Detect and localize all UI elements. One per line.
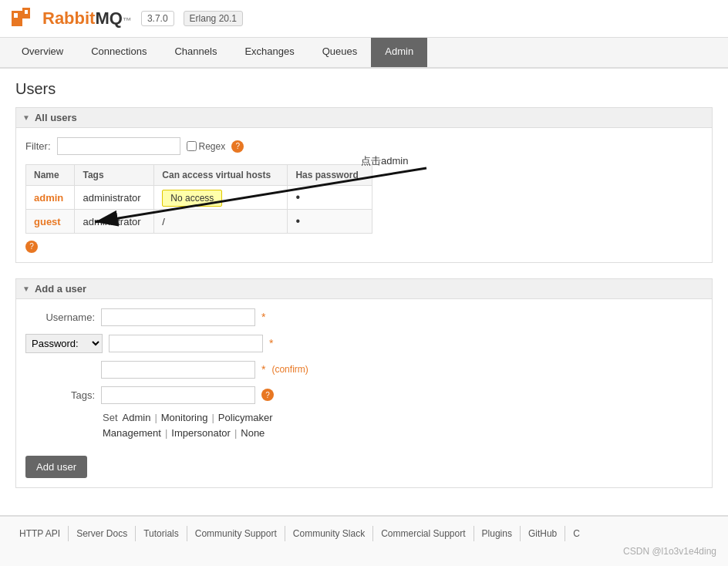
set-management-link[interactable]: Management	[103, 427, 161, 439]
sep1: |	[154, 412, 157, 423]
has-password-dot: •	[295, 190, 300, 204]
table-row: guest administrator / •	[26, 210, 372, 234]
add-user-section-body: Username: * Password: Hashed password: *…	[15, 299, 713, 488]
add-user-button[interactable]: Add user	[25, 456, 87, 478]
footer-server-docs[interactable]: Server Docs	[69, 526, 136, 541]
version-badge: 3.7.0	[141, 11, 174, 26]
footer-plugins[interactable]: Plugins	[474, 526, 521, 541]
nav-tab-queues[interactable]: Queues	[308, 38, 372, 67]
users-help-button[interactable]: ?	[25, 241, 38, 253]
filter-input[interactable]	[57, 137, 180, 155]
password-input[interactable]	[109, 335, 263, 352]
add-user-section-header[interactable]: ▼ Add a user	[15, 278, 713, 299]
user-name-cell: admin	[26, 186, 75, 210]
username-row: Username: *	[25, 308, 703, 326]
tags-input[interactable]	[101, 386, 255, 404]
set-row: Set Admin | Monitoring | Policymaker	[103, 412, 703, 423]
add-user-section-title: Add a user	[35, 283, 86, 295]
regex-label: Regex	[187, 141, 226, 152]
confirm-password-row: * (confirm)	[25, 361, 703, 379]
header: RabbitMQ™ 3.7.0 Erlang 20.1	[0, 0, 728, 38]
logo-text: RabbitMQ™	[42, 8, 132, 29]
guest-user-link[interactable]: guest	[34, 216, 61, 227]
tags-label: Tags:	[25, 389, 95, 401]
table-row: admin administrator No access •	[26, 186, 372, 210]
logo: RabbitMQ™	[12, 8, 132, 29]
footer-more[interactable]: C	[565, 526, 588, 541]
admin-user-link[interactable]: admin	[34, 192, 63, 204]
confirm-text: (confirm)	[271, 364, 308, 375]
rabbitmq-logo-icon	[12, 8, 39, 29]
all-users-section-header[interactable]: ▼ All users	[15, 107, 713, 128]
footer-tutorials[interactable]: Tutorials	[136, 526, 187, 541]
user-vhosts-cell: No access	[154, 186, 288, 210]
all-users-section: ▼ All users Filter: Regex ? Name	[15, 107, 713, 263]
erlang-badge: Erlang 20.1	[184, 11, 243, 26]
content-area: Users ▼ All users Filter: Regex ?	[0, 69, 728, 515]
tags-row: Tags: ?	[25, 386, 703, 404]
user-tags-cell: administrator	[75, 210, 154, 234]
footer-http-api[interactable]: HTTP API	[12, 526, 69, 541]
sep3: |	[165, 427, 167, 439]
users-table: Name Tags Can access virtual hosts Has p…	[25, 164, 372, 234]
footer: HTTP API Server Docs Tutorials Community…	[0, 515, 728, 566]
regex-help-button[interactable]: ?	[231, 140, 244, 153]
sep4: |	[234, 427, 237, 439]
required-star-confirm: *	[261, 363, 265, 376]
password-type-select[interactable]: Password: Hashed password:	[25, 334, 103, 353]
set-impersonator-link[interactable]: Impersonator	[171, 427, 231, 439]
all-users-section-title: All users	[35, 112, 77, 123]
set-admin-link[interactable]: Admin	[123, 412, 151, 423]
col-name: Name	[26, 165, 75, 186]
collapse-arrow-icon2: ▼	[22, 285, 30, 293]
footer-github[interactable]: GitHub	[521, 526, 565, 541]
footer-community-support[interactable]: Community Support	[187, 526, 285, 541]
collapse-arrow-icon: ▼	[22, 113, 30, 122]
nav-bar: Overview Connections Channels Exchanges …	[0, 38, 728, 69]
filter-label: Filter:	[25, 140, 51, 152]
password-row: Password: Hashed password: *	[25, 334, 703, 353]
set-policymaker-link[interactable]: Policymaker	[218, 412, 273, 423]
set-none-link[interactable]: None	[241, 427, 265, 439]
svg-rect-2	[14, 13, 18, 18]
nav-tab-exchanges[interactable]: Exchanges	[231, 38, 308, 67]
user-password-cell: •	[288, 186, 372, 210]
svg-rect-3	[25, 10, 28, 14]
nav-tab-connections[interactable]: Connections	[77, 38, 160, 67]
col-has-password: Has password	[288, 165, 372, 186]
all-users-section-body: Filter: Regex ? Name Tags Can access vir…	[15, 128, 713, 263]
user-password-cell: •	[288, 210, 372, 234]
tags-help-button[interactable]: ?	[261, 389, 274, 401]
user-tags-cell: administrator	[75, 186, 154, 210]
page-title: Users	[15, 80, 713, 98]
col-virtual-hosts: Can access virtual hosts	[154, 165, 288, 186]
required-star-password: *	[269, 337, 273, 349]
user-name-cell: guest	[26, 210, 75, 234]
set-label: Set	[103, 412, 118, 423]
no-access-badge: No access	[162, 190, 222, 207]
add-user-section: ▼ Add a user Username: * Password: Hashe…	[15, 278, 713, 488]
set-row2: Management | Impersonator | None	[103, 427, 703, 439]
sep2: |	[211, 412, 214, 423]
footer-community-slack[interactable]: Community Slack	[285, 526, 373, 541]
footer-links: HTTP API Server Docs Tutorials Community…	[12, 526, 716, 541]
user-vhosts-cell: /	[154, 210, 288, 234]
footer-commercial-support[interactable]: Commercial Support	[373, 526, 474, 541]
users-table-wrapper: Name Tags Can access virtual hosts Has p…	[25, 164, 703, 234]
nav-tab-overview[interactable]: Overview	[8, 38, 77, 67]
regex-checkbox[interactable]	[187, 141, 197, 151]
required-star-username: *	[261, 311, 265, 323]
filter-row: Filter: Regex ?	[25, 137, 703, 155]
nav-tab-admin[interactable]: Admin	[371, 38, 427, 67]
confirm-password-input[interactable]	[101, 361, 255, 379]
username-input[interactable]	[101, 308, 255, 326]
has-password-dot: •	[295, 214, 300, 227]
footer-credit: CSDN @l1o3v1e4ding	[12, 546, 716, 557]
col-tags: Tags	[75, 165, 154, 186]
username-label: Username:	[25, 312, 95, 323]
nav-tab-channels[interactable]: Channels	[160, 38, 231, 67]
set-monitoring-link[interactable]: Monitoring	[161, 412, 208, 423]
